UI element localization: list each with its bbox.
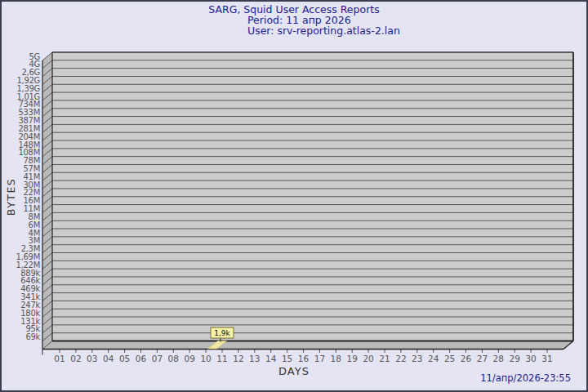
svg-text:12: 12 <box>233 354 243 363</box>
svg-text:23: 23 <box>412 354 422 363</box>
svg-text:07: 07 <box>152 354 163 363</box>
sarg-report-page: SARG, Squid User Access Reports Period: … <box>0 0 588 392</box>
bar-value-label: 1,9k <box>214 329 230 337</box>
svg-text:69k: 69k <box>25 332 40 341</box>
svg-text:01: 01 <box>54 354 65 363</box>
svg-text:31: 31 <box>541 354 552 363</box>
svg-text:22: 22 <box>395 354 406 363</box>
svg-text:10: 10 <box>200 354 211 363</box>
svg-text:18: 18 <box>331 354 341 363</box>
svg-text:17: 17 <box>314 354 325 363</box>
svg-text:19: 19 <box>347 354 358 363</box>
svg-text:06: 06 <box>136 354 147 363</box>
svg-text:30: 30 <box>525 354 536 363</box>
svg-text:26: 26 <box>461 354 472 363</box>
svg-text:21: 21 <box>379 354 390 363</box>
svg-text:27: 27 <box>477 354 488 363</box>
svg-text:09: 09 <box>185 354 195 363</box>
svg-text:16: 16 <box>298 354 310 363</box>
svg-text:29: 29 <box>510 354 520 363</box>
svg-text:08: 08 <box>168 354 179 363</box>
floor-3d <box>42 341 573 350</box>
x-axis-title: DAYS <box>278 365 310 377</box>
x-axis-labels: 0102030405060708091011121314151617181920… <box>54 354 552 363</box>
svg-text:25: 25 <box>444 354 455 363</box>
chart-canvas: 5G4G2,6G1,92G1,39G1,01G734M533M387M281M2… <box>2 2 588 392</box>
svg-text:05: 05 <box>119 354 130 363</box>
y-axis-labels: 5G4G2,6G1,92G1,39G1,01G734M533M387M281M2… <box>16 52 41 342</box>
svg-text:14: 14 <box>265 354 277 363</box>
svg-text:15: 15 <box>282 354 292 363</box>
svg-text:02: 02 <box>70 354 81 363</box>
svg-text:24: 24 <box>428 354 439 363</box>
y-axis-title: BYTES <box>5 178 17 216</box>
svg-text:13: 13 <box>249 354 260 363</box>
svg-text:20: 20 <box>363 354 373 363</box>
svg-text:04: 04 <box>103 354 114 363</box>
svg-text:03: 03 <box>87 354 97 363</box>
svg-text:11: 11 <box>216 354 227 363</box>
generated-timestamp: 11/апр/2026-23:55 <box>480 372 571 384</box>
x-axis-ticks <box>60 350 547 353</box>
svg-text:28: 28 <box>493 354 504 363</box>
